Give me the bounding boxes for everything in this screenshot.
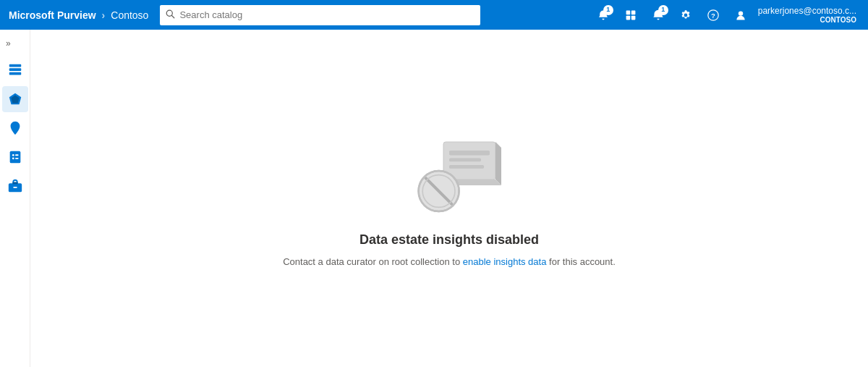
svg-line-1	[172, 15, 174, 17]
search-icon	[166, 9, 175, 21]
svg-rect-2	[626, 10, 630, 14]
empty-state-description: Contact a data curator on root collectio…	[283, 256, 616, 267]
svg-rect-10	[9, 68, 21, 71]
svg-rect-26	[449, 165, 484, 169]
user-email: parkerjones@contoso.c...	[758, 6, 856, 16]
svg-rect-5	[631, 15, 636, 20]
svg-rect-3	[631, 10, 636, 14]
svg-rect-15	[9, 151, 20, 164]
svg-point-8	[739, 11, 743, 15]
svg-point-16	[12, 154, 14, 156]
svg-rect-19	[15, 158, 19, 159]
nav-icons-group: 1 1 ?	[590, 2, 859, 28]
top-navigation: Microsoft Purview › Contoso 1	[0, 0, 868, 30]
user-tenant: CONTOSO	[820, 16, 856, 24]
svg-rect-4	[626, 15, 630, 20]
svg-rect-24	[449, 151, 490, 155]
main-layout: »	[0, 30, 868, 367]
search-input[interactable]	[179, 9, 475, 20]
sidebar-item-policy[interactable]	[2, 144, 28, 170]
svg-rect-21	[12, 182, 17, 185]
user-info[interactable]: parkerjones@contoso.c... CONTOSO	[755, 6, 859, 24]
main-content: Data estate insights disabled Contact a …	[30, 30, 868, 367]
empty-state: Data estate insights disabled Contact a …	[283, 130, 616, 267]
brand-logo[interactable]: Microsoft Purview › Contoso	[9, 9, 148, 21]
tenant-name: Contoso	[111, 9, 148, 21]
svg-rect-17	[15, 154, 19, 156]
sidebar-expand-button[interactable]: »	[0, 35, 17, 51]
sidebar-item-datamap[interactable]	[2, 115, 28, 141]
sidebar: »	[0, 30, 30, 367]
brand-name: Microsoft Purview	[9, 9, 96, 21]
sidebar-item-catalog[interactable]	[2, 57, 28, 83]
empty-state-title: Data estate insights disabled	[359, 232, 539, 248]
svg-rect-9	[9, 64, 21, 67]
enable-insights-link[interactable]: enable insights data	[463, 256, 547, 267]
search-bar	[160, 5, 480, 25]
sidebar-item-management[interactable]	[2, 173, 28, 199]
alerts-badge: 1	[658, 5, 668, 15]
alerts-button[interactable]: 1	[645, 2, 671, 28]
help-button[interactable]: ?	[700, 2, 726, 28]
disabled-insights-illustration	[391, 130, 507, 224]
brand-separator: ›	[102, 9, 106, 21]
notifications-badge: 1	[603, 5, 613, 15]
svg-rect-11	[9, 72, 21, 75]
notifications-button[interactable]: 1	[590, 2, 616, 28]
svg-point-18	[12, 157, 14, 159]
apps-button[interactable]	[618, 2, 644, 28]
svg-rect-22	[13, 187, 17, 188]
sidebar-item-insights[interactable]	[2, 86, 28, 112]
settings-button[interactable]	[673, 2, 699, 28]
svg-rect-25	[449, 158, 481, 161]
svg-text:?: ?	[711, 12, 715, 20]
user-icon-button[interactable]	[728, 2, 754, 28]
